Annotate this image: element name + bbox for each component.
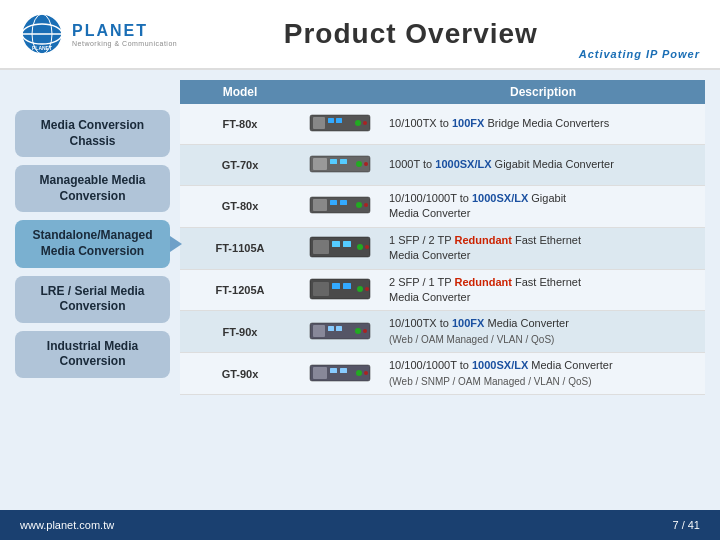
header: PLANET PLANET Networking & Communication… <box>0 0 720 70</box>
footer-url: www.planet.com.tw <box>20 519 114 531</box>
device-image-icon <box>308 109 373 137</box>
svg-rect-37 <box>313 325 325 337</box>
svg-rect-33 <box>343 283 351 289</box>
product-table: Model Description FT-80x <box>180 80 705 395</box>
svg-text:PLANET: PLANET <box>32 45 52 51</box>
image-gt80x <box>300 186 381 228</box>
planet-logo-icon: PLANET <box>20 12 64 56</box>
image-ft1105a <box>300 227 381 269</box>
desc-gt90x: 10/100/1000T to 1000SX/LX Media Converte… <box>381 353 705 395</box>
svg-rect-8 <box>328 118 334 123</box>
svg-rect-43 <box>313 367 327 379</box>
svg-rect-38 <box>328 326 334 331</box>
device-image-icon <box>308 150 373 178</box>
page-title: Product Overview <box>284 18 538 50</box>
main-content: Media Conversion Chassis Manageable Medi… <box>0 70 720 510</box>
device-image-icon <box>308 359 373 387</box>
col-header-model: Model <box>180 80 300 104</box>
model-ft1105a: FT-1105A <box>180 227 300 269</box>
sidebar-item-manageable-media-conversion[interactable]: Manageable Media Conversion <box>15 165 170 212</box>
sidebar-item-industrial[interactable]: Industrial Media Conversion <box>15 331 170 378</box>
model-ft1205a: FT-1205A <box>180 269 300 311</box>
sidebar: Media Conversion Chassis Manageable Medi… <box>15 80 170 505</box>
col-header-image <box>300 80 381 104</box>
table-row: FT-90x 10/100TX to 100FX Media Converte <box>180 311 705 353</box>
sidebar-arrow-icon <box>170 236 182 252</box>
table-row: FT-1205A 2 SFP / 1 TP Redundant Fast Et <box>180 269 705 311</box>
svg-rect-15 <box>340 159 347 164</box>
svg-point-40 <box>355 328 361 334</box>
image-ft90x <box>300 311 381 353</box>
svg-point-47 <box>364 371 368 375</box>
svg-point-35 <box>365 287 369 291</box>
logo-area: PLANET PLANET Networking & Communication <box>20 12 177 56</box>
logo-text: PLANET Networking & Communication <box>72 22 177 47</box>
svg-rect-39 <box>336 326 342 331</box>
desc-ft90x: 10/100TX to 100FX Media Converter (Web /… <box>381 311 705 353</box>
svg-point-11 <box>363 121 367 125</box>
svg-rect-25 <box>313 240 329 254</box>
image-gt90x <box>300 353 381 395</box>
tagline: Activating IP Power <box>579 48 700 60</box>
product-table-area: Model Description FT-80x <box>180 80 705 505</box>
svg-rect-31 <box>313 282 329 296</box>
model-ft80x: FT-80x <box>180 104 300 145</box>
model-gt70x: GT-70x <box>180 145 300 186</box>
svg-rect-20 <box>330 200 337 205</box>
svg-rect-27 <box>343 241 351 247</box>
svg-rect-32 <box>332 283 340 289</box>
svg-rect-21 <box>340 200 347 205</box>
sidebar-item-lre-serial[interactable]: LRE / Serial Media Conversion <box>15 276 170 323</box>
table-row: GT-70x 1000T to 1000SX/LX Gigabit Media <box>180 145 705 186</box>
svg-rect-19 <box>313 199 327 211</box>
device-image-icon <box>308 191 373 219</box>
desc-ft1105a: 1 SFP / 2 TP Redundant Fast EthernetMedi… <box>381 227 705 269</box>
sidebar-item-media-conversion-chassis[interactable]: Media Conversion Chassis <box>15 110 170 157</box>
svg-rect-9 <box>336 118 342 123</box>
footer-page: 7 / 41 <box>672 519 700 531</box>
desc-gt70x: 1000T to 1000SX/LX Gigabit Media Convert… <box>381 145 705 186</box>
sidebar-item-standalone-managed[interactable]: Standalone/Managed Media Conversion <box>15 220 170 267</box>
svg-rect-7 <box>313 117 325 129</box>
image-ft80x <box>300 104 381 145</box>
table-row: GT-80x 10/100/1000T to 1000SX/LX Gigabi <box>180 186 705 228</box>
svg-point-22 <box>356 202 362 208</box>
desc-ft1205a: 2 SFP / 1 TP Redundant Fast EthernetMedi… <box>381 269 705 311</box>
image-ft1205a <box>300 269 381 311</box>
footer: www.planet.com.tw 7 / 41 <box>0 510 720 540</box>
svg-point-41 <box>363 329 367 333</box>
svg-rect-13 <box>313 158 327 170</box>
svg-point-23 <box>364 203 368 207</box>
table-row: FT-80x 10/100TX to 100FX Bridge Media C <box>180 104 705 145</box>
device-image-icon <box>308 233 373 261</box>
svg-point-46 <box>356 370 362 376</box>
model-ft90x: FT-90x <box>180 311 300 353</box>
col-header-description: Description <box>381 80 705 104</box>
svg-point-29 <box>365 245 369 249</box>
table-row: FT-1105A 1 SFP / 2 TP Redundant Fast Et <box>180 227 705 269</box>
desc-ft80x: 10/100TX to 100FX Bridge Media Converter… <box>381 104 705 145</box>
image-gt70x <box>300 145 381 186</box>
table-row: GT-90x 10/100/1000T to 1000SX/LX Media <box>180 353 705 395</box>
model-gt80x: GT-80x <box>180 186 300 228</box>
svg-point-28 <box>357 244 363 250</box>
svg-rect-44 <box>330 368 337 373</box>
model-gt90x: GT-90x <box>180 353 300 395</box>
svg-point-34 <box>357 286 363 292</box>
svg-point-16 <box>356 161 362 167</box>
svg-rect-45 <box>340 368 347 373</box>
device-image-icon <box>308 275 373 303</box>
svg-point-17 <box>364 162 368 166</box>
desc-gt80x: 10/100/1000T to 1000SX/LX GigabitMedia C… <box>381 186 705 228</box>
device-image-icon <box>308 317 373 345</box>
svg-rect-26 <box>332 241 340 247</box>
svg-point-10 <box>355 120 361 126</box>
svg-rect-14 <box>330 159 337 164</box>
